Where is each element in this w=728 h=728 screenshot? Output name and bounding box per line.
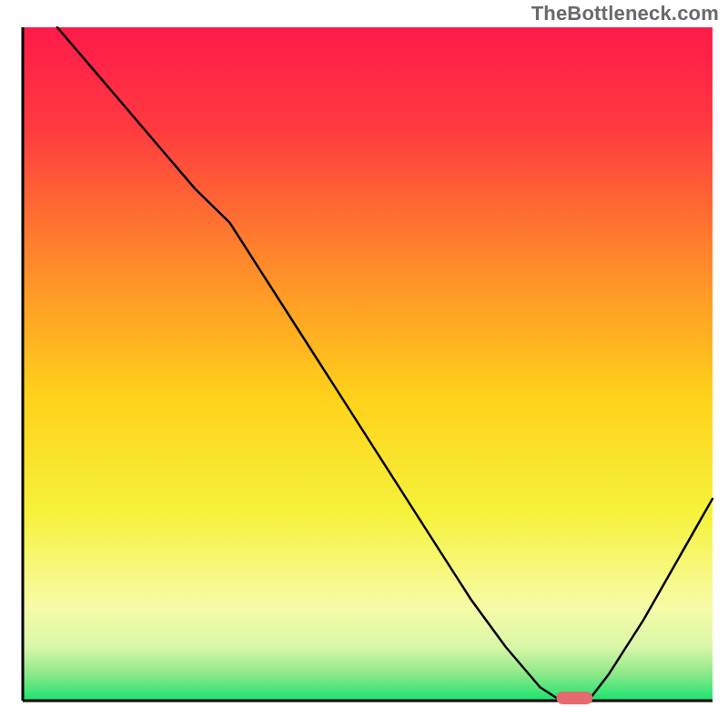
watermark-text: TheBottleneck.com xyxy=(531,2,719,25)
optimal-marker xyxy=(556,692,592,704)
plot-background xyxy=(23,27,713,701)
chart-frame: TheBottleneck.com xyxy=(0,0,728,728)
bottleneck-chart xyxy=(0,0,728,728)
